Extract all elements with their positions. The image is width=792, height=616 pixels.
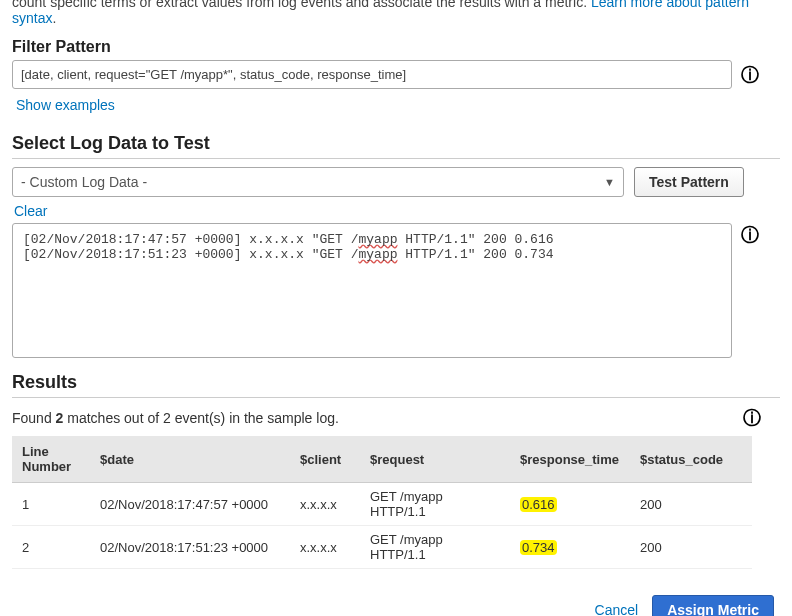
info-icon[interactable]: ⓘ [740,223,760,247]
show-examples-link[interactable]: Show examples [16,97,115,113]
filter-pattern-label: Filter Pattern [12,38,780,56]
log-line: [02/Nov/2018:17:47:57 +0000] x.x.x.x "GE… [23,232,554,247]
cell-client: x.x.x.x [290,483,360,526]
assign-metric-button[interactable]: Assign Metric [652,595,774,616]
select-log-data-header: Select Log Data to Test [12,133,780,159]
cell-client: x.x.x.x [290,526,360,569]
results-header: Results [12,372,780,398]
intro-fragment: count specific terms or extract values f… [12,0,591,10]
table-header-row: Line Number $date $client $request $resp… [12,436,752,483]
log-data-select-value: - Custom Log Data - [21,174,147,190]
cancel-link[interactable]: Cancel [595,602,639,616]
intro-text: count specific terms or extract values f… [12,0,780,26]
log-line: [02/Nov/2018:17:51:23 +0000] x.x.x.x "GE… [23,247,554,262]
cell-date: 02/Nov/2018:17:51:23 +0000 [90,526,290,569]
cell-status-code: 200 [630,526,752,569]
filter-pattern-value: [date, client, request="GET /myapp*", st… [21,67,406,82]
cell-status-code: 200 [630,483,752,526]
results-summary: Found 2 matches out of 2 event(s) in the… [12,410,339,426]
cell-date: 02/Nov/2018:17:47:57 +0000 [90,483,290,526]
footer-actions: Cancel Assign Metric [18,595,774,616]
table-row: 2 02/Nov/2018:17:51:23 +0000 x.x.x.x GET… [12,526,752,569]
col-date: $date [90,436,290,483]
col-response-time: $response_time [510,436,630,483]
cell-line: 1 [12,483,90,526]
col-client: $client [290,436,360,483]
log-events-textarea[interactable]: [02/Nov/2018:17:47:57 +0000] x.x.x.x "GE… [12,223,732,358]
cell-response-time: 0.616 [510,483,630,526]
cell-response-time: 0.734 [510,526,630,569]
intro-tail: . [52,10,56,26]
filter-pattern-field-wrap: [date, client, request="GET /myapp*", st… [12,60,732,89]
col-status-code: $status_code [630,436,752,483]
clear-link[interactable]: Clear [14,203,47,219]
col-line-number: Line Number [12,436,90,483]
log-data-select[interactable]: - Custom Log Data - ▼ [12,167,624,197]
cell-request: GET /myapp HTTP/1.1 [360,526,510,569]
info-icon[interactable]: ⓘ [740,63,760,87]
info-icon[interactable]: ⓘ [742,406,762,430]
cell-line: 2 [12,526,90,569]
filter-pattern-input[interactable]: [date, client, request="GET /myapp*", st… [12,60,732,89]
table-row: 1 02/Nov/2018:17:47:57 +0000 x.x.x.x GET… [12,483,752,526]
chevron-down-icon: ▼ [604,176,615,188]
test-pattern-button[interactable]: Test Pattern [634,167,744,197]
results-table: Line Number $date $client $request $resp… [12,436,752,569]
cell-request: GET /myapp HTTP/1.1 [360,483,510,526]
col-request: $request [360,436,510,483]
